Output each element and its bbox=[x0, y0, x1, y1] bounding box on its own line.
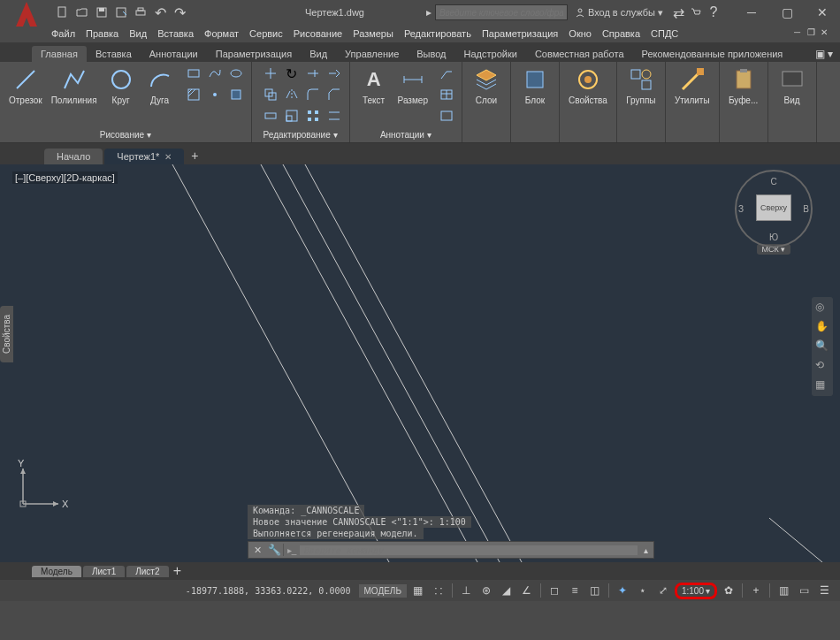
extend-icon[interactable] bbox=[325, 64, 344, 83]
stretch-icon[interactable] bbox=[261, 106, 280, 126]
command-line[interactable]: ✕ 🔧 ▸_ ▴ bbox=[248, 541, 654, 559]
layout-add-button[interactable]: + bbox=[171, 563, 185, 579]
ribbon-tab-addins[interactable]: Надстройки bbox=[455, 46, 526, 62]
trim-icon[interactable] bbox=[303, 64, 323, 83]
ribbon-tab-insert[interactable]: Вставка bbox=[87, 46, 141, 62]
ribbon-tab-home[interactable]: Главная bbox=[32, 46, 87, 62]
ribbon-expand-icon[interactable]: ▣ ▾ bbox=[808, 46, 840, 62]
qa-saveas-icon[interactable] bbox=[113, 4, 129, 20]
layers-button[interactable]: Слои bbox=[468, 64, 505, 107]
properties-button[interactable]: Свойства bbox=[565, 64, 611, 107]
point-icon[interactable] bbox=[205, 85, 225, 104]
dimension-button[interactable]: Размер bbox=[394, 64, 431, 107]
add-tab-button[interactable]: + bbox=[186, 149, 203, 164]
polar-icon[interactable]: ⊛ bbox=[477, 583, 495, 598]
layout-tab-sheet1[interactable]: Лист1 bbox=[83, 566, 125, 577]
menu-parametric[interactable]: Параметризация bbox=[477, 27, 563, 41]
ribbon-tab-featured[interactable]: Рекомендованные приложения bbox=[633, 46, 792, 62]
ribbon-tab-manage[interactable]: Управление bbox=[336, 46, 408, 62]
chamfer-icon[interactable] bbox=[325, 85, 344, 104]
leader-icon[interactable] bbox=[437, 64, 456, 83]
region-icon[interactable] bbox=[226, 85, 246, 104]
groups-button[interactable]: Группы bbox=[622, 64, 660, 107]
hatch-icon[interactable] bbox=[184, 85, 203, 104]
copy-icon[interactable] bbox=[261, 85, 280, 104]
fillet-icon[interactable] bbox=[303, 85, 323, 104]
nav-wheel-icon[interactable]: ◎ bbox=[815, 301, 829, 315]
coordinate-display[interactable]: -18977.1888, 33363.0222, 0.0000 bbox=[180, 586, 356, 596]
cmd-close-icon[interactable]: ✕ bbox=[248, 545, 266, 556]
qa-open-icon[interactable] bbox=[74, 4, 90, 20]
file-tab-start[interactable]: Начало bbox=[44, 149, 103, 164]
mirror-icon[interactable] bbox=[282, 85, 302, 104]
osnap-icon[interactable]: ◻ bbox=[546, 583, 563, 598]
grid-icon[interactable]: ▦ bbox=[409, 583, 427, 598]
ellipse-icon[interactable] bbox=[226, 64, 246, 83]
view-button[interactable]: Вид bbox=[774, 64, 811, 107]
scale-icon[interactable] bbox=[282, 106, 302, 126]
nav-showmotion-icon[interactable]: ▦ bbox=[815, 378, 829, 392]
nav-zoom-icon[interactable]: 🔍 bbox=[815, 339, 829, 354]
ribbon-tab-collab[interactable]: Совместная работа bbox=[526, 46, 633, 62]
utilities-button[interactable]: Утилиты bbox=[671, 64, 714, 107]
signin-button[interactable]: Вход в службы ▾ bbox=[569, 7, 668, 19]
snap-icon[interactable]: ⸬ bbox=[430, 583, 447, 598]
text-button[interactable]: AТекст bbox=[355, 64, 393, 107]
mtext-icon[interactable] bbox=[437, 106, 456, 126]
ribbon-tab-output[interactable]: Вывод bbox=[408, 46, 454, 62]
menu-format[interactable]: Формат bbox=[199, 27, 244, 41]
annomonitor-icon[interactable]: ✦ bbox=[614, 583, 631, 598]
ui-lock-icon[interactable]: ▥ bbox=[775, 583, 792, 598]
annovis-icon[interactable]: ⋆ bbox=[634, 583, 652, 598]
polyline-button[interactable]: Полилиния bbox=[48, 64, 101, 107]
viewcube-east[interactable]: В bbox=[803, 204, 809, 214]
viewcube-widget[interactable]: С Ю В З Сверху МСК ▾ bbox=[734, 173, 813, 255]
maximize-button[interactable]: ▢ bbox=[769, 0, 805, 25]
layout-tab-model[interactable]: Модель bbox=[32, 566, 81, 577]
menu-edit[interactable]: Правка bbox=[80, 27, 124, 41]
rect-icon[interactable] bbox=[184, 64, 203, 83]
offset-icon[interactable] bbox=[325, 106, 344, 126]
otrack-icon[interactable]: ∠ bbox=[518, 583, 536, 598]
ribbon-tab-annotate[interactable]: Аннотации bbox=[141, 46, 207, 62]
circle-button[interactable]: Круг bbox=[103, 64, 140, 107]
menu-help[interactable]: Справка bbox=[597, 27, 645, 41]
qa-save-icon[interactable] bbox=[94, 4, 110, 20]
quickprops-icon[interactable]: + bbox=[747, 583, 765, 598]
menu-dimension[interactable]: Размеры bbox=[347, 27, 399, 41]
workspace-icon[interactable]: ✿ bbox=[720, 583, 737, 598]
qa-plot-icon[interactable] bbox=[133, 4, 149, 20]
file-tab-drawing1[interactable]: Чертеж1*✕ bbox=[104, 149, 184, 164]
search-input[interactable] bbox=[435, 4, 568, 20]
rotate-icon[interactable]: ↻ bbox=[282, 64, 302, 83]
drawing-viewport[interactable]: [–][Сверху][2D-каркас] Свойства С Ю В З … bbox=[0, 164, 840, 562]
lineweight-icon[interactable]: ≡ bbox=[566, 583, 584, 598]
spline-icon[interactable] bbox=[205, 64, 225, 83]
clipboard-button[interactable]: Буфе... bbox=[725, 64, 762, 107]
doc-minimize-icon[interactable]: ─ bbox=[794, 27, 806, 40]
transparency-icon[interactable]: ◫ bbox=[586, 583, 604, 598]
menu-tools[interactable]: Сервис bbox=[244, 27, 288, 41]
cart-icon[interactable] bbox=[688, 4, 704, 20]
menu-spds[interactable]: СПДС bbox=[645, 27, 683, 41]
search-dropdown-icon[interactable]: ▸ bbox=[426, 6, 431, 19]
line-button[interactable]: Отрезок bbox=[5, 64, 46, 107]
block-button[interactable]: Блок bbox=[516, 64, 554, 107]
cmd-customize-icon[interactable]: 🔧 bbox=[266, 544, 284, 556]
layout-tab-sheet2[interactable]: Лист2 bbox=[126, 566, 168, 577]
cmd-recent-icon[interactable]: ▴ bbox=[638, 545, 653, 555]
array-icon[interactable] bbox=[303, 106, 323, 126]
menu-window[interactable]: Окно bbox=[563, 27, 597, 41]
close-tab-icon[interactable]: ✕ bbox=[164, 152, 172, 162]
nav-pan-icon[interactable]: ✋ bbox=[815, 320, 829, 334]
doc-close-icon[interactable]: ✕ bbox=[821, 27, 833, 40]
ribbon-tab-view[interactable]: Вид bbox=[301, 46, 336, 62]
qa-redo-icon[interactable]: ↷ bbox=[172, 4, 187, 20]
exchange-icon[interactable]: ⇄ bbox=[670, 4, 686, 20]
hardware-accel-icon[interactable]: ▭ bbox=[795, 583, 813, 598]
ortho-icon[interactable]: ⊥ bbox=[457, 583, 475, 598]
autoscale-icon[interactable]: ⤢ bbox=[654, 583, 672, 598]
app-logo[interactable] bbox=[9, 0, 44, 32]
arc-button[interactable]: Дуга bbox=[141, 64, 179, 107]
viewcube-top-face[interactable]: Сверху bbox=[756, 194, 791, 221]
